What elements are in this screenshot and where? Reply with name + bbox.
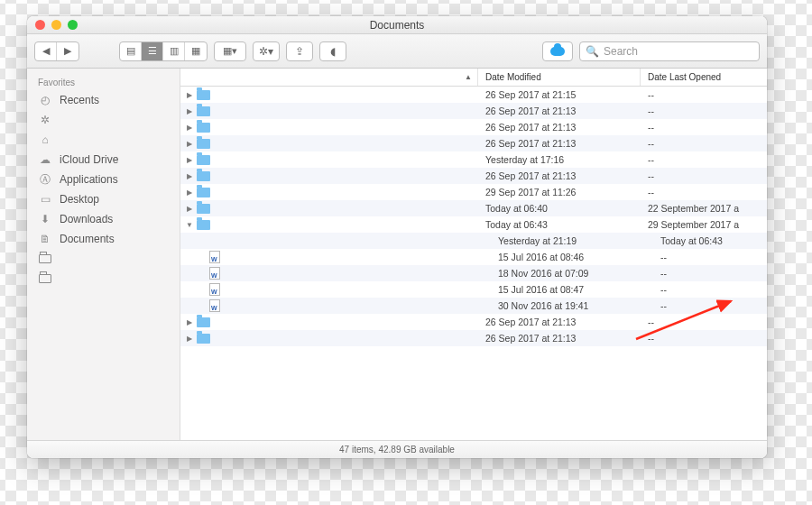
sidebar-section-header: Favorites — [27, 74, 180, 90]
titlebar: Documents — [27, 16, 767, 34]
arrange-group: ▦▾ — [214, 41, 246, 61]
sidebar-item-label: Recents — [60, 94, 99, 106]
cloud-icon — [550, 47, 565, 56]
gallery-view-button[interactable]: ▦ — [185, 42, 207, 60]
folder-icon — [197, 317, 210, 327]
sidebar-item-folder[interactable] — [27, 269, 180, 289]
status-bar: 47 items, 42.89 GB available — [27, 440, 767, 458]
tags-button[interactable]: ◖ — [319, 41, 346, 61]
sidebar-item-recents[interactable]: ◴Recents — [27, 90, 180, 110]
search-field[interactable]: 🔍 Search — [579, 41, 760, 61]
cell-date-opened: 29 September 2017 a — [641, 219, 767, 230]
folder-icon — [197, 171, 210, 181]
icloud-button[interactable] — [542, 41, 573, 61]
column-date-modified[interactable]: Date Modified — [478, 69, 641, 86]
disclosure-icon[interactable]: ▶ — [186, 107, 193, 115]
disclosure-icon[interactable]: ▶ — [186, 124, 193, 132]
cell-date-opened: -- — [641, 122, 767, 133]
arrange-button[interactable]: ▦▾ — [215, 42, 245, 60]
folder-icon — [197, 139, 210, 149]
cell-date-modified: Yesterday at 17:16 — [478, 154, 641, 165]
sidebar-item-documents[interactable]: 🗎Documents — [27, 229, 180, 249]
cell-date-opened: -- — [641, 333, 767, 344]
disclosure-icon[interactable]: ▶ — [186, 188, 193, 197]
cell-date-opened: Today at 06:43 — [653, 235, 767, 246]
folder-icon — [197, 334, 210, 344]
cell-date-modified: 15 Jul 2016 at 08:47 — [491, 284, 653, 295]
disclosure-icon[interactable]: ▶ — [186, 91, 193, 99]
word-doc-icon — [209, 299, 220, 312]
table-row[interactable]: ▶26 Sep 2017 at 21:15-- — [180, 87, 767, 103]
sidebar-item-label: Applications — [60, 173, 118, 186]
cell-date-opened: -- — [641, 170, 767, 181]
table-row[interactable]: ▶Yesterday at 17:16-- — [180, 152, 767, 168]
disclosure-icon[interactable]: ▶ — [186, 335, 193, 343]
table-row[interactable]: 15 Jul 2016 at 08:47-- — [180, 281, 767, 298]
table-row[interactable]: ▶Today at 06:4022 September 2017 a — [180, 200, 767, 216]
column-date-opened[interactable]: Date Last Opened — [641, 69, 767, 86]
cell-date-modified: 15 Jul 2016 at 08:46 — [491, 252, 653, 262]
cell-date-opened: -- — [653, 300, 767, 311]
icon-view-button[interactable]: ▤ — [120, 42, 142, 60]
forward-button[interactable]: ▶ — [57, 42, 78, 60]
disclosure-icon[interactable]: ▼ — [186, 221, 193, 229]
disclosure-icon[interactable]: ▶ — [186, 318, 193, 326]
share-button[interactable]: ⇪ — [286, 41, 313, 61]
table-row[interactable]: ▶26 Sep 2017 at 21:13-- — [180, 103, 767, 119]
back-button[interactable]: ◀ — [35, 42, 57, 60]
documents-icon: 🗎 — [38, 233, 52, 245]
home-icon: ⌂ — [38, 133, 52, 146]
table-row[interactable]: ▶26 Sep 2017 at 21:13-- — [180, 135, 767, 152]
folder-icon — [197, 204, 210, 214]
search-icon: 🔍 — [586, 45, 599, 58]
disclosure-icon[interactable]: ▶ — [186, 205, 193, 213]
cell-date-modified: Today at 06:43 — [478, 219, 641, 230]
sidebar: Favorites ◴Recents✲⌂☁iCloud DriveⒶApplic… — [27, 69, 180, 440]
cell-date-modified: Yesterday at 21:19 — [491, 235, 653, 246]
sidebar-item-downloads[interactable]: ⬇Downloads — [27, 209, 180, 229]
desktop-icon: ▭ — [38, 193, 52, 206]
sidebar-item-label: Downloads — [60, 213, 113, 225]
cell-date-modified: 26 Sep 2017 at 21:13 — [478, 170, 641, 181]
action-button[interactable]: ✲▾ — [253, 41, 280, 61]
table-row[interactable]: ▶26 Sep 2017 at 21:13-- — [180, 168, 767, 184]
disclosure-icon[interactable]: ▶ — [186, 156, 193, 164]
table-row[interactable]: ▶26 Sep 2017 at 21:13-- — [180, 314, 767, 330]
rows-container: ▶26 Sep 2017 at 21:15--▶26 Sep 2017 at 2… — [180, 87, 767, 440]
table-row[interactable]: 30 Nov 2016 at 19:41-- — [180, 298, 767, 314]
table-row[interactable]: 18 Nov 2016 at 07:09-- — [180, 265, 767, 281]
list-view-button[interactable]: ☰ — [142, 42, 163, 60]
cell-date-modified: 26 Sep 2017 at 21:13 — [478, 122, 641, 133]
sidebar-item-home[interactable]: ⌂ — [27, 130, 180, 150]
table-row[interactable]: 15 Jul 2016 at 08:46-- — [180, 249, 767, 265]
window-title: Documents — [27, 19, 767, 32]
table-row[interactable]: ▶26 Sep 2017 at 21:13-- — [180, 119, 767, 135]
table-row[interactable]: Yesterday at 21:19Today at 06:43 — [180, 233, 767, 249]
cell-date-modified: 30 Nov 2016 at 19:41 — [491, 300, 653, 311]
disclosure-icon[interactable]: ▶ — [186, 172, 193, 180]
sidebar-item-desktop[interactable]: ▭Desktop — [27, 189, 180, 209]
cell-date-opened: 22 September 2017 a — [641, 203, 767, 214]
sort-indicator-icon: ▲ — [459, 73, 477, 81]
sidebar-item-label: Desktop — [60, 193, 99, 206]
folder-icon — [197, 123, 210, 133]
disclosure-icon[interactable]: ▶ — [186, 140, 193, 148]
table-row[interactable]: ▶26 Sep 2017 at 21:13-- — [180, 330, 767, 346]
column-view-button[interactable]: ▥ — [163, 42, 185, 60]
clock-icon: ◴ — [38, 94, 52, 106]
sidebar-item-icloud-drive[interactable]: ☁iCloud Drive — [27, 150, 180, 170]
nav-buttons: ◀ ▶ — [34, 41, 79, 61]
cell-date-opened: -- — [641, 106, 767, 116]
folder-icon — [197, 106, 210, 116]
file-list: ▲ Date Modified Date Last Opened ▶26 Sep… — [180, 69, 767, 440]
gear-icon: ✲ — [38, 114, 52, 126]
sidebar-item-folder[interactable] — [27, 249, 180, 269]
sidebar-item-label: iCloud Drive — [60, 153, 118, 166]
folder-icon — [197, 220, 210, 230]
sidebar-item-applications[interactable]: ⒶApplications — [27, 170, 180, 189]
folder-icon — [38, 252, 52, 265]
sidebar-item-gear[interactable]: ✲ — [27, 110, 180, 130]
column-name[interactable]: ▲ — [180, 69, 478, 86]
table-row[interactable]: ▶29 Sep 2017 at 11:26-- — [180, 184, 767, 200]
table-row[interactable]: ▼Today at 06:4329 September 2017 a — [180, 216, 767, 233]
